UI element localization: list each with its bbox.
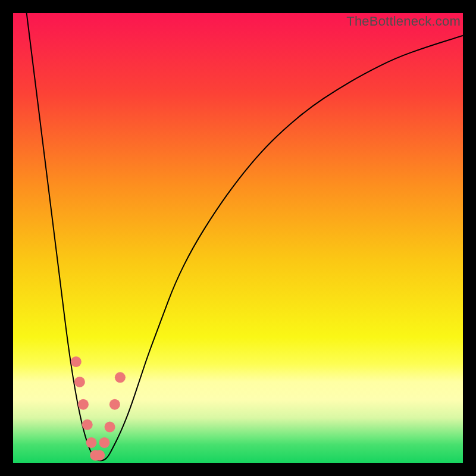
plot-area: TheBottleneck.com — [13, 13, 463, 463]
data-marker — [78, 399, 89, 410]
bottleneck-curve — [27, 13, 463, 461]
data-marker — [105, 422, 115, 433]
data-marker — [71, 356, 82, 367]
data-marker — [115, 372, 126, 383]
chart-frame: TheBottleneck.com — [0, 0, 476, 476]
data-marker — [82, 419, 93, 430]
curve-layer — [13, 13, 463, 463]
data-marker — [86, 437, 97, 448]
data-marker — [109, 399, 120, 410]
data-marker — [94, 450, 105, 461]
data-marker — [99, 437, 109, 448]
data-marker — [74, 377, 85, 387]
